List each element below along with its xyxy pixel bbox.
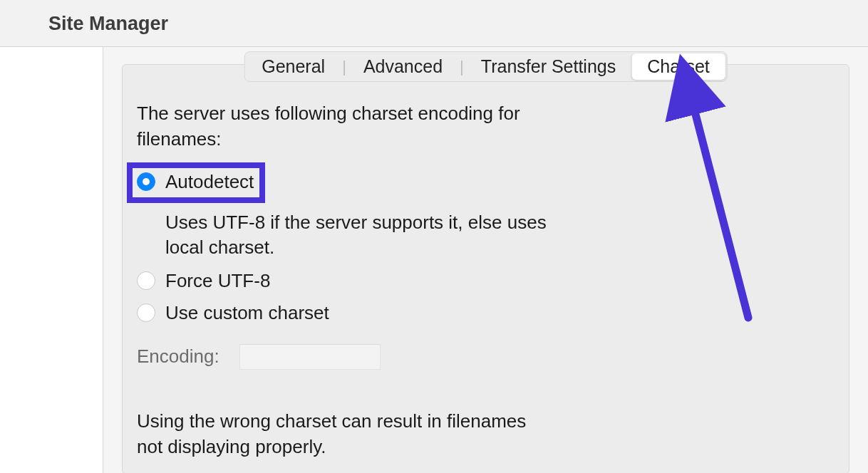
radio-force-utf8[interactable] [137,271,155,290]
main-area: General | Advanced | Transfer Settings C… [0,47,868,473]
radio-force-utf8-label: Force UTF-8 [165,270,270,292]
annotation-highlight-box: Autodetect [127,162,265,203]
encoding-input[interactable] [239,344,381,370]
tab-panel: General | Advanced | Transfer Settings C… [122,64,849,473]
tab-advanced[interactable]: Advanced [348,53,458,80]
window-title: Site Manager [0,0,868,47]
radio-line-custom: Use custom charset [137,302,550,324]
charset-warning-text: Using the wrong charset can result in fi… [137,408,550,460]
tab-charset[interactable]: Charset [631,53,725,80]
tab-separator: | [341,58,348,76]
site-list-sidebar[interactable] [0,47,103,473]
radio-autodetect-label: Autodetect [165,171,254,193]
radio-autodetect[interactable] [137,172,155,191]
tabs: General | Advanced | Transfer Settings C… [244,51,728,82]
radio-custom-charset[interactable] [137,303,155,322]
autodetect-description: Uses UTF-8 if the server supports it, el… [165,210,550,260]
content: General | Advanced | Transfer Settings C… [103,47,868,473]
tab-separator: | [458,58,465,76]
charset-body: The server uses following charset encodi… [137,65,550,460]
charset-intro-text: The server uses following charset encodi… [137,100,550,152]
tab-transfer-settings[interactable]: Transfer Settings [465,53,631,80]
encoding-label: Encoding: [137,345,219,368]
charset-radio-group: Autodetect Uses UTF-8 if the server supp… [137,162,550,324]
encoding-row: Encoding: [137,344,550,370]
radio-line-force-utf8: Force UTF-8 [137,270,550,292]
radio-custom-charset-label: Use custom charset [165,302,329,324]
tab-general[interactable]: General [246,53,341,80]
